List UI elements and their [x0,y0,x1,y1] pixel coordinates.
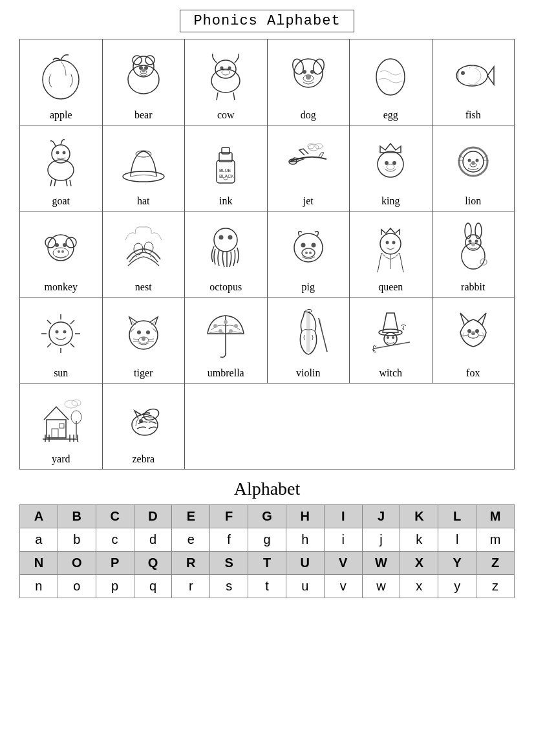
alpha-cell: a [20,528,58,552]
alpha-cell: j [362,528,400,552]
alpha-cell: b [58,528,96,552]
svg-line-87 [47,343,51,347]
alpha-cell: m [476,528,515,552]
alpha-cell: S [210,552,248,575]
cell-lion: lion [432,125,515,211]
phonics-row-1: apple [20,39,515,125]
alpha-cell: Q [134,552,172,575]
label-egg: egg [383,109,398,121]
svg-point-46 [475,159,478,162]
cell-fish: fish [432,39,515,125]
alpha-cell: d [134,528,172,552]
svg-point-56 [61,250,64,253]
alpha-cell: h [286,528,324,552]
cell-sun: sun [20,297,103,383]
alpha-cell: f [210,528,248,552]
svg-point-66 [301,243,305,248]
svg-point-88 [56,330,59,334]
svg-point-63 [302,248,315,257]
svg-point-45 [467,159,471,162]
label-hat: hat [137,195,150,207]
label-bear: bear [134,109,153,121]
phonics-row-4: sun [20,297,515,383]
label-zebra: zebra [132,453,155,465]
label-yard: yard [52,453,70,465]
svg-point-103 [219,329,222,333]
svg-point-65 [309,252,312,254]
svg-point-22 [456,65,487,86]
label-nest: nest [135,281,152,293]
alpha-cell: M [476,505,515,528]
cell-ink: BLUE BLACK ink [185,125,268,211]
svg-point-67 [311,243,315,248]
alpha-cell: E [172,505,210,528]
alpha-cell: s [210,575,248,598]
svg-point-8 [142,69,145,72]
svg-point-0 [43,60,79,99]
svg-point-92 [146,330,150,334]
svg-point-40 [385,161,389,165]
svg-point-60 [219,235,224,240]
label-fish: fish [465,109,481,121]
alpha-cell: W [362,552,400,575]
svg-point-55 [58,250,60,253]
svg-rect-124 [59,424,64,428]
alpha-cell: B [58,505,96,528]
label-king: king [381,195,400,207]
alpha-cell: N [20,552,58,575]
alpha-cell: L [438,505,476,528]
alpha-cell: R [172,552,210,575]
alpha-cell: v [324,575,362,598]
svg-point-71 [462,243,485,269]
svg-point-11 [220,67,224,70]
svg-point-69 [386,241,389,244]
svg-point-77 [471,243,475,246]
phonics-grid: apple [19,39,515,470]
cell-hat: hat [102,125,185,211]
svg-line-85 [70,343,74,347]
svg-point-100 [213,324,217,328]
alpha-row-upper-1: ABCDEFGHIJKLM [20,505,515,528]
cell-cow: cow [185,39,268,125]
phonics-row-5: yard [20,383,515,470]
label-umbrella: umbrella [208,367,244,379]
alpha-cell: o [58,575,96,598]
cell-apple: apple [20,39,103,125]
alphabet-section-title: Alphabet [19,479,515,499]
title-text: Phonics Alphabet [180,10,354,32]
svg-point-102 [234,324,238,328]
label-cow: cow [217,109,235,121]
svg-point-13 [222,70,230,75]
page-title: Phonics Alphabet [19,13,515,29]
alpha-cell: V [324,552,362,575]
cell-fox: fox [432,297,515,383]
svg-point-52 [53,248,69,258]
svg-point-113 [392,336,394,339]
page: Phonics Alphabet [0,0,534,756]
alpha-cell: X [400,552,438,575]
cell-rabbit: rabbit [432,211,515,297]
alpha-cell: n [20,575,58,598]
empty-cells [185,383,515,470]
cell-nest: nest [102,211,185,297]
svg-point-89 [63,330,67,334]
label-monkey: monkey [44,281,78,293]
alpha-cell: T [248,552,286,575]
label-witch: witch [379,367,402,379]
label-lion: lion [465,195,481,207]
svg-point-61 [228,235,233,240]
cell-dog: dog [267,39,350,125]
alpha-cell: e [172,528,210,552]
alpha-cell: I [324,505,362,528]
alpha-row-lower-1: abcdefghijklm [20,528,515,552]
alpha-cell: K [400,505,438,528]
svg-point-75 [468,240,471,243]
svg-point-42 [387,164,394,169]
cell-octopus: octopus [185,211,268,297]
alpha-row-lower-2: nopqrstuvwxyz [20,575,515,598]
cell-pig: pig [267,211,350,297]
alpha-cell: t [248,575,286,598]
alpha-cell: c [96,528,134,552]
cell-umbrella: umbrella [185,297,268,383]
svg-point-14 [294,59,323,87]
